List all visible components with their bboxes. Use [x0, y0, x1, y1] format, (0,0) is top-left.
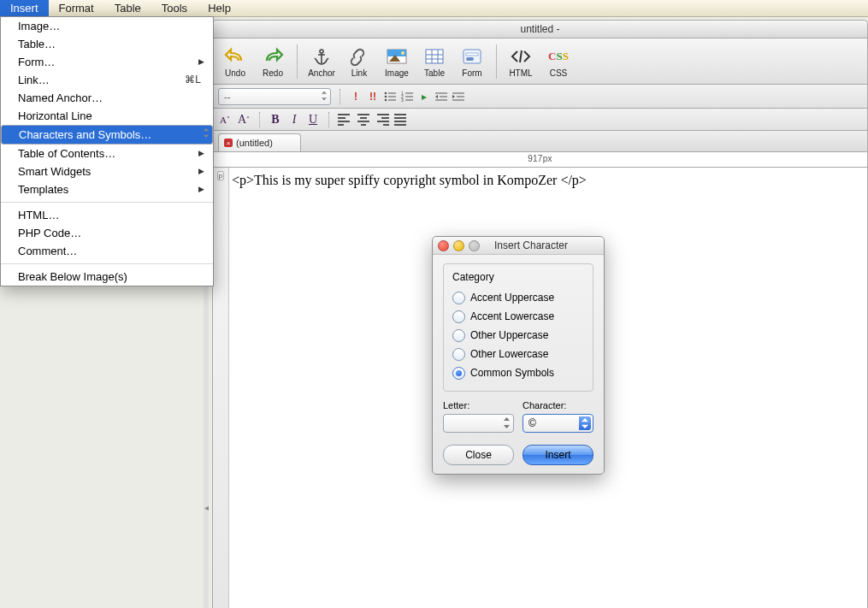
shortcut-label: ⌘L [185, 73, 201, 87]
letter-select[interactable] [443, 414, 514, 433]
radio-common-symbols[interactable]: Common Symbols [452, 363, 584, 382]
paragraph-style-select[interactable]: -- [218, 88, 331, 105]
menubar: Insert Format Table Tools Help [0, 0, 868, 17]
character-label: Character: [523, 400, 593, 410]
menu-item-characters-symbols[interactable]: Characters and Symbols… [1, 125, 213, 145]
dialog-titlebar[interactable]: Insert Character [433, 237, 604, 255]
toolbar-label: Anchor [308, 68, 335, 78]
toolbar-separator [297, 44, 298, 79]
document-tab-strip: × (untitled) [212, 131, 868, 152]
svg-point-3 [401, 51, 404, 55]
menu-separator [1, 263, 213, 264]
undo-button[interactable]: Undo [218, 41, 252, 82]
arrow-right-icon[interactable]: ▸ [417, 90, 431, 103]
svg-point-13 [385, 91, 387, 94]
category-group: Category Accent Uppercase Accent Lowerca… [443, 263, 593, 392]
insert-character-dialog: Insert Character Category Accent Upperca… [432, 236, 605, 475]
menu-item-form[interactable]: Form… [1, 53, 213, 71]
anchor-icon [310, 44, 334, 68]
radio-other-uppercase[interactable]: Other Uppercase [452, 326, 584, 345]
close-button[interactable]: Close [443, 445, 514, 465]
close-tab-icon[interactable]: × [224, 139, 233, 147]
align-right-icon[interactable] [375, 113, 389, 127]
align-left-icon[interactable] [338, 113, 351, 127]
link-icon [347, 44, 371, 68]
svg-text:3: 3 [401, 97, 404, 102]
insert-menu-dropdown: Image… Table… Form… Link…⌘L Named Anchor… [0, 16, 214, 286]
character-select[interactable]: © [523, 414, 593, 433]
font-size-inc-icon[interactable]: A˄ [237, 113, 251, 127]
svg-rect-10 [466, 53, 478, 56]
menu-item-image[interactable]: Image… [1, 17, 213, 35]
menu-insert[interactable]: Insert [0, 0, 49, 16]
editor-content[interactable]: <p>This is my super spiffy copyright sym… [232, 173, 864, 188]
toolbar-label: HTML [509, 68, 532, 78]
svg-rect-11 [466, 57, 474, 61]
tab-untitled[interactable]: × (untitled) [218, 133, 301, 151]
indent-icon[interactable] [452, 90, 465, 103]
menu-item-link[interactable]: Link…⌘L [1, 71, 213, 89]
outdent-icon[interactable] [434, 90, 448, 103]
menu-item-php-code[interactable]: PHP Code… [1, 224, 213, 242]
link-button[interactable]: Link [342, 41, 376, 82]
html-button[interactable]: HTML [504, 41, 538, 82]
menu-format[interactable]: Format [49, 0, 104, 16]
toolbar-separator [340, 89, 340, 104]
toolbar-label: Redo [263, 68, 283, 78]
svg-marker-28 [435, 95, 438, 98]
radio-accent-lowercase[interactable]: Accent Lowercase [452, 307, 584, 326]
anchor-button[interactable]: Anchor [304, 41, 339, 82]
underline-button[interactable]: U [306, 113, 320, 127]
svg-text:CSS: CSS [548, 50, 569, 62]
menu-item-smart-widgets[interactable]: Smart Widgets [1, 162, 213, 180]
bullet-list-icon[interactable] [383, 90, 397, 103]
toolbar-separator [496, 44, 497, 79]
menu-separator [1, 202, 213, 203]
table-icon [422, 44, 446, 68]
menu-item-templates[interactable]: Templates [1, 180, 213, 198]
svg-point-15 [385, 95, 387, 97]
bold-button[interactable]: B [269, 113, 282, 127]
em-icon[interactable]: ! [349, 90, 363, 103]
svg-rect-9 [464, 50, 481, 63]
form-button[interactable]: Form [455, 41, 489, 82]
element-gutter: p [213, 168, 229, 608]
insert-button[interactable]: Insert [523, 445, 593, 465]
menu-table[interactable]: Table [104, 0, 151, 16]
menu-tools[interactable]: Tools [151, 0, 198, 16]
redo-icon [261, 44, 285, 68]
menu-help[interactable]: Help [198, 0, 241, 16]
menu-item-table[interactable]: Table… [1, 35, 213, 53]
menu-item-html[interactable]: HTML… [1, 206, 213, 224]
align-justify-icon[interactable] [394, 113, 408, 127]
html-icon [509, 44, 533, 68]
gutter-tag[interactable]: p [217, 171, 224, 180]
radio-accent-uppercase[interactable]: Accent Uppercase [452, 288, 584, 307]
menu-item-break-below-images[interactable]: Break Below Image(s) [1, 268, 213, 286]
number-list-icon[interactable]: 123 [400, 90, 414, 103]
radio-other-lowercase[interactable]: Other Lowercase [452, 345, 584, 363]
css-button[interactable]: CSS CSS [541, 41, 576, 82]
menu-item-comment[interactable]: Comment… [1, 242, 213, 260]
window-close-icon[interactable] [438, 240, 449, 251]
redo-button[interactable]: Redo [256, 41, 290, 82]
category-label: Category [452, 271, 584, 283]
menu-item-horizontal-line[interactable]: Horizontal Line [1, 107, 213, 125]
italic-button[interactable]: I [287, 113, 301, 127]
toolbar-separator [259, 112, 260, 127]
toolbar-label: Link [351, 68, 367, 78]
menu-item-table-of-contents[interactable]: Table of Contents… [1, 145, 213, 162]
window-minimize-icon[interactable] [453, 240, 464, 251]
menu-item-named-anchor[interactable]: Named Anchor… [1, 89, 213, 107]
image-button[interactable]: Image [380, 41, 414, 82]
strong-em-icon[interactable]: !! [366, 90, 380, 103]
table-button[interactable]: Table [417, 41, 452, 82]
ruler: 917px [212, 152, 868, 168]
tab-label: (untitled) [236, 138, 273, 148]
font-size-dec-icon[interactable]: A˅ [218, 113, 232, 127]
svg-point-17 [385, 98, 387, 101]
align-center-icon[interactable] [357, 113, 370, 127]
toolbar-label: Undo [225, 68, 245, 78]
toolbar-label: Image [385, 68, 409, 78]
text-toolbar: A˅ A˄ B I U [212, 109, 868, 131]
